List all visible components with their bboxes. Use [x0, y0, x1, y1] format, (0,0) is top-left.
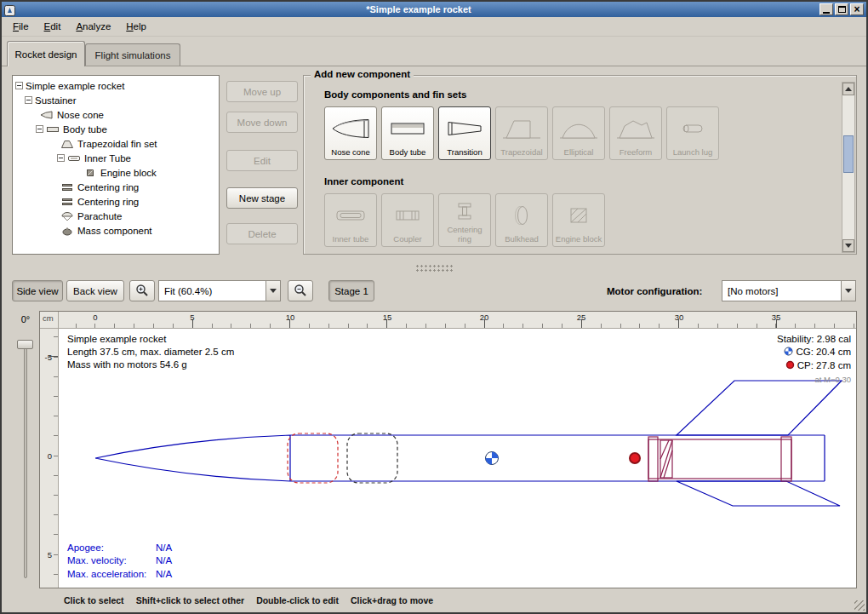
ruler-tick-label: 25 — [577, 313, 586, 322]
tree-item-mass-component[interactable]: Mass component — [13, 223, 219, 238]
tree-item-body-tube[interactable]: Body tube — [13, 122, 219, 136]
stage-1-toggle[interactable]: Stage 1 — [328, 280, 374, 301]
scroll-down-button[interactable] — [842, 239, 854, 252]
tree-item-centering-ring-2[interactable]: Centering ring — [13, 194, 219, 209]
group-title: Add new component — [311, 69, 414, 79]
tree-item-centering-ring-1[interactable]: Centering ring — [13, 180, 219, 194]
flight-summary: Apogee:N/A Max. velocity:N/A Max. accele… — [67, 542, 172, 582]
collapse-icon[interactable] — [25, 96, 32, 104]
add-transition-button[interactable]: Transition — [438, 106, 491, 160]
titlebar[interactable]: *Simple example rocket × — [2, 2, 866, 17]
edit-button[interactable]: Edit — [226, 150, 298, 171]
add-centering-ring-button[interactable]: Centering ring — [438, 193, 491, 247]
parachute-icon — [60, 211, 74, 221]
add-component-group: Add new component Body components and fi… — [303, 75, 857, 255]
horizontal-ruler: 0 5 10 15 20 25 30 35 — [59, 312, 856, 329]
design-canvas[interactable]: Simple example rocket Length 37.5 cm, ma… — [59, 329, 856, 588]
ruler-tick-label: 30 — [675, 313, 684, 322]
menu-analyze[interactable]: Analyze — [68, 19, 118, 34]
scroll-thumb[interactable] — [843, 135, 854, 173]
back-view-button[interactable]: Back view — [66, 280, 124, 301]
add-trapezoidal-button[interactable]: Trapezoidal — [495, 106, 548, 160]
inner-component-buttons: Inner tube Coupler Centering ring Bulkhe… — [324, 193, 605, 247]
scroll-up-button[interactable] — [842, 83, 854, 95]
section-label-inner: Inner component — [324, 176, 403, 186]
maximize-button[interactable] — [835, 3, 848, 15]
tree-item-label: Mass component — [77, 226, 152, 236]
menu-file[interactable]: File — [5, 19, 37, 34]
tree-item-inner-tube[interactable]: Inner Tube — [13, 151, 219, 165]
rocket-outline — [95, 381, 842, 506]
add-elliptical-button[interactable]: Elliptical — [552, 106, 605, 160]
add-launch-lug-button[interactable]: Launch lug — [666, 106, 719, 160]
zoom-out-button[interactable] — [288, 280, 313, 301]
magnifier-plus-icon — [135, 284, 149, 299]
add-engine-block-button[interactable]: Engine block — [552, 193, 605, 247]
add-body-tube-button[interactable]: Body tube — [381, 106, 434, 160]
design-viewport: 0° cm 0 5 10 15 20 25 30 35 -5 0 5 — [12, 311, 857, 588]
add-bulkhead-button[interactable]: Bulkhead — [495, 193, 548, 247]
add-coupler-button[interactable]: Coupler — [381, 193, 434, 247]
rotation-slider-handle[interactable] — [17, 340, 33, 349]
tree-item-label: Engine block — [100, 168, 157, 178]
component-scrollbar[interactable] — [842, 82, 855, 253]
tab-flight-simulations[interactable]: Flight simulations — [85, 43, 180, 66]
move-down-button[interactable]: Move down — [226, 112, 298, 133]
zoom-in-button[interactable] — [129, 280, 155, 301]
menu-edit[interactable]: Edit — [37, 19, 69, 34]
new-stage-button[interactable]: New stage — [226, 187, 298, 209]
status-hint: Click to select — [64, 595, 124, 605]
lower-fin — [677, 481, 840, 506]
resize-grip[interactable] — [854, 600, 865, 611]
collapse-icon[interactable] — [15, 82, 23, 89]
side-view-button[interactable]: Side view — [12, 280, 63, 301]
motor-combo-arrow[interactable] — [841, 281, 855, 301]
zoom-combobox[interactable]: Fit (60.4%) — [158, 280, 281, 301]
inner-tube-icon — [67, 153, 81, 164]
ruler-tick-label: 5 — [190, 313, 194, 322]
component-tree[interactable]: Simple example rocket Sustainer Nose con… — [12, 75, 220, 255]
add-freeform-button[interactable]: Freeform — [609, 106, 662, 160]
app-window: *Simple example rocket × File Edit Analy… — [0, 0, 868, 614]
motor-config-combobox[interactable]: [No motors] — [722, 280, 856, 301]
ruler-tick-label: 35 — [772, 313, 781, 322]
inner-tube-icon — [330, 197, 371, 235]
centering-ring-rear — [781, 437, 791, 481]
close-button[interactable]: × — [850, 3, 864, 15]
add-inner-tube-button[interactable]: Inner tube — [324, 193, 377, 247]
tab-rocket-design[interactable]: Rocket design — [7, 41, 85, 66]
zoom-combo-arrow[interactable] — [266, 281, 280, 301]
maximize-icon — [838, 6, 846, 13]
centering-ring-front — [648, 437, 658, 481]
app-icon — [4, 4, 15, 15]
apogee-label: Apogee: — [67, 542, 156, 555]
tree-item-rocket[interactable]: Simple example rocket — [13, 78, 219, 93]
tree-item-sustainer[interactable]: Sustainer — [13, 93, 219, 107]
engine-block-icon — [83, 168, 97, 178]
tree-item-fin-set[interactable]: Trapezoidal fin set — [13, 136, 219, 151]
splitter-handle[interactable] — [415, 264, 453, 272]
tree-item-parachute[interactable]: Parachute — [13, 209, 219, 223]
chevron-down-icon — [845, 244, 852, 248]
max-acceleration-label: Max. acceleration: — [67, 568, 156, 582]
tree-item-label: Trapezoidal fin set — [77, 139, 157, 149]
minimize-button[interactable] — [819, 3, 833, 15]
status-hint: Double-click to edit — [256, 595, 339, 605]
collapse-icon[interactable] — [57, 154, 65, 162]
move-up-button[interactable]: Move up — [226, 81, 298, 102]
tree-item-nose-cone[interactable]: Nose cone — [13, 107, 219, 122]
rotation-slider[interactable] — [24, 341, 27, 578]
coupler-icon — [387, 197, 428, 235]
menubar: File Edit Analyze Help — [2, 17, 866, 37]
centering-ring-icon — [60, 182, 74, 192]
cg-marker — [486, 452, 499, 465]
add-nose-cone-button[interactable]: Nose cone — [324, 106, 377, 160]
apogee-value: N/A — [156, 542, 172, 553]
parachute-outline — [288, 433, 338, 483]
status-bar: Click to select Shift+click to select ot… — [14, 592, 854, 609]
tree-item-engine-block[interactable]: Engine block — [13, 165, 219, 180]
menu-help[interactable]: Help — [118, 19, 154, 34]
collapse-icon[interactable] — [36, 125, 43, 133]
delete-button[interactable]: Delete — [226, 223, 298, 244]
tree-item-label: Centering ring — [77, 197, 139, 207]
